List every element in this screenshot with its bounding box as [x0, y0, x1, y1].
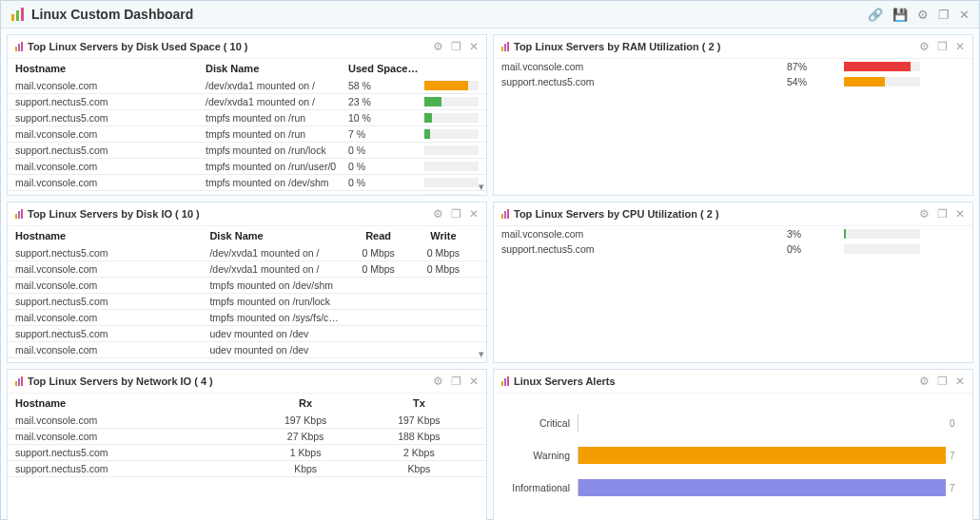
table-row[interactable]: support.nectus5.com/dev/xvda1 mounted on…: [8, 94, 486, 110]
link-icon[interactable]: 🔗: [868, 8, 883, 22]
bar-icon: [501, 42, 509, 51]
hostname-cell: mail.vconsole.com: [15, 344, 209, 356]
alert-bar: [578, 479, 946, 496]
widget-grid: Top Linux Servers by Disk Used Space ( 1…: [1, 29, 979, 520]
table-row[interactable]: mail.vconsole.comtmpfs mounted on /run: [8, 358, 486, 362]
chart-logo-icon: [10, 7, 26, 22]
used-cell: 58 %: [348, 80, 424, 91]
table-row[interactable]: mail.vconsole.comtmpfs mounted on /sys/f…: [8, 310, 486, 326]
table-row[interactable]: mail.vconsole.com/dev/xvda1 mounted on /…: [8, 78, 486, 94]
alert-row-warning[interactable]: Warning7: [494, 439, 972, 472]
table-row[interactable]: support.nectus5.comtmpfs mounted on /run…: [8, 143, 486, 159]
popout-icon[interactable]: ❐: [451, 40, 461, 53]
bar-icon: [15, 209, 23, 219]
gear-icon[interactable]: ⚙: [917, 8, 929, 22]
hostname-cell: support.nectus5.com: [501, 243, 787, 255]
gear-icon[interactable]: ⚙: [919, 40, 930, 53]
close-icon[interactable]: ✕: [469, 40, 479, 53]
used-cell: 10 %: [348, 112, 424, 124]
diskname-cell: /dev/xvda1 mounted on /: [209, 247, 348, 259]
table-row[interactable]: support.nectus5.com54%: [494, 74, 972, 89]
gear-icon[interactable]: ⚙: [433, 375, 443, 388]
widget-disk-io: Top Linux Servers by Disk IO ( 10 ) ⚙ ❐ …: [7, 202, 487, 363]
table-row[interactable]: mail.vconsole.com3%: [494, 226, 972, 241]
diskname-cell: tmpfs mounted on /run/user/0: [206, 161, 348, 172]
table-row[interactable]: support.nectus5.com1 Kbps2 Kbps: [8, 445, 486, 461]
pct-cell: 3%: [787, 228, 844, 240]
alert-label: Informational: [501, 482, 578, 493]
gear-icon[interactable]: ⚙: [919, 207, 930, 221]
table-row[interactable]: mail.vconsole.com197 Kbps197 Kbps: [8, 413, 486, 429]
table-row[interactable]: mail.vconsole.comtmpfs mounted on /run/u…: [8, 159, 486, 175]
close-icon[interactable]: ✕: [959, 8, 970, 22]
popout-icon[interactable]: ❐: [937, 40, 948, 53]
widget-title: Top Linux Servers by Network IO ( 4 ): [28, 376, 433, 387]
widget-header: Top Linux Servers by Disk Used Space ( 1…: [8, 35, 486, 59]
gear-icon[interactable]: ⚙: [433, 207, 443, 221]
widget-body[interactable]: mail.vconsole.com87%support.nectus5.com5…: [494, 59, 972, 195]
used-cell: 0 %: [348, 177, 424, 188]
widget-body[interactable]: mail.vconsole.com3%support.nectus5.com0%: [494, 226, 972, 362]
bar-icon: [15, 376, 23, 386]
alert-row-critical[interactable]: Critical0: [494, 407, 972, 439]
table-row[interactable]: support.nectus5.com Kbps Kbps: [8, 461, 486, 477]
widget-body[interactable]: Hostname Rx Tx mail.vconsole.com197 Kbps…: [8, 394, 486, 520]
alert-row-informational[interactable]: Informational7: [494, 472, 972, 504]
table-row[interactable]: support.nectus5.com/dev/xvda1 mounted on…: [8, 245, 486, 261]
save-icon[interactable]: 💾: [892, 8, 908, 22]
bar-icon: [15, 42, 23, 51]
popout-icon[interactable]: ❐: [451, 207, 461, 221]
widget-body[interactable]: Hostname Disk Name Read Write support.ne…: [8, 226, 486, 362]
hostname-cell: mail.vconsole.com: [15, 177, 206, 188]
table-row[interactable]: support.nectus5.comudev mounted on /dev0…: [8, 191, 486, 195]
scroll-down-icon[interactable]: ▾: [479, 348, 484, 360]
hostname-cell: mail.vconsole.com: [501, 61, 787, 72]
diskname-cell: /dev/xvda1 mounted on /: [206, 80, 348, 91]
svg-rect-0: [11, 14, 14, 21]
scroll-down-icon[interactable]: ▾: [479, 181, 484, 193]
pct-bar: [844, 229, 965, 239]
table-row[interactable]: mail.vconsole.comtmpfs mounted on /run7 …: [8, 126, 486, 143]
close-icon[interactable]: ✕: [955, 375, 965, 388]
alert-count: 0: [946, 418, 965, 429]
bar-icon: [501, 376, 509, 386]
widget-body[interactable]: Critical0Warning7Informational7: [494, 394, 972, 520]
table-row[interactable]: support.nectus5.comudev mounted on /dev: [8, 326, 486, 342]
close-icon[interactable]: ✕: [955, 207, 965, 221]
col-diskname: Disk Name: [206, 63, 348, 74]
table-row[interactable]: mail.vconsole.com27 Kbps188 Kbps: [8, 429, 486, 445]
diskname-cell: /dev/xvda1 mounted on /: [206, 96, 348, 107]
close-icon[interactable]: ✕: [469, 375, 479, 388]
table-row[interactable]: mail.vconsole.com/dev/xvda1 mounted on /…: [8, 261, 486, 278]
table-row[interactable]: mail.vconsole.com87%: [494, 59, 972, 74]
popout-icon[interactable]: ❐: [938, 8, 950, 22]
col-used: Used Space (%): [348, 63, 424, 74]
hostname-cell: mail.vconsole.com: [15, 128, 206, 140]
popout-icon[interactable]: ❐: [937, 375, 948, 388]
table-row[interactable]: support.nectus5.comtmpfs mounted on /run…: [8, 110, 486, 126]
widget-body[interactable]: Hostname Disk Name Used Space (%) mail.v…: [8, 59, 486, 195]
alert-count: 7: [946, 451, 965, 461]
popout-icon[interactable]: ❐: [451, 375, 461, 388]
popout-icon[interactable]: ❐: [937, 207, 948, 221]
hostname-cell: mail.vconsole.com: [15, 80, 206, 91]
close-icon[interactable]: ✕: [955, 40, 965, 53]
table-row[interactable]: support.nectus5.comtmpfs mounted on /run…: [8, 294, 486, 310]
table-row[interactable]: mail.vconsole.comtmpfs mounted on /dev/s…: [8, 175, 486, 191]
table-row[interactable]: support.nectus5.com0%: [494, 241, 972, 257]
hostname-cell: mail.vconsole.com: [15, 431, 251, 442]
hostname-cell: support.nectus5.com: [15, 447, 251, 458]
svg-rect-2: [21, 8, 24, 21]
hostname-cell: mail.vconsole.com: [15, 414, 251, 426]
gear-icon[interactable]: ⚙: [433, 40, 443, 53]
table-row[interactable]: mail.vconsole.comudev mounted on /dev: [8, 342, 486, 358]
alert-bar: [578, 414, 946, 432]
widget-alerts: Linux Servers Alerts ⚙ ❐ ✕ Critical0Warn…: [493, 369, 973, 520]
close-icon[interactable]: ✕: [469, 207, 479, 221]
widget-title: Top Linux Servers by Disk Used Space ( 1…: [28, 41, 433, 52]
hostname-cell: support.nectus5.com: [15, 463, 251, 474]
hostname-cell: support.nectus5.com: [15, 144, 206, 156]
gear-icon[interactable]: ⚙: [919, 375, 930, 388]
col-rx: Rx: [251, 397, 364, 409]
table-row[interactable]: mail.vconsole.comtmpfs mounted on /dev/s…: [8, 278, 486, 294]
